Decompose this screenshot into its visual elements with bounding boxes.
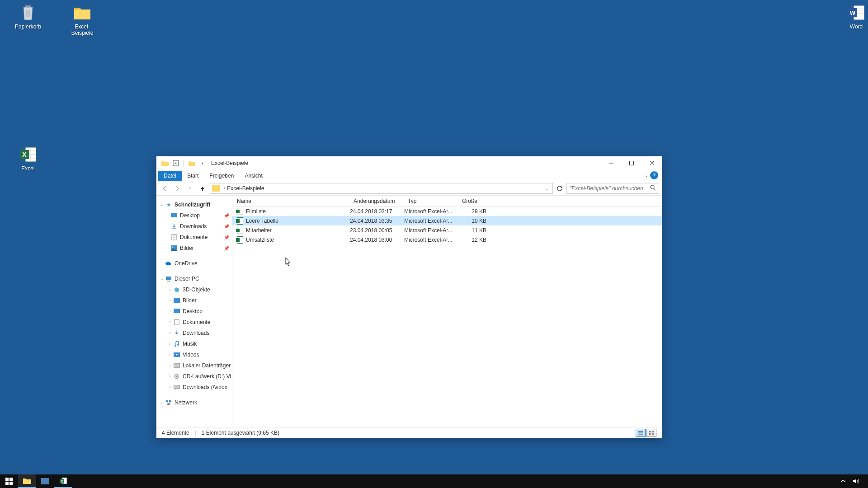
nav-network-downloads[interactable]: › Downloads (\\vbox: <box>156 382 232 393</box>
search-input[interactable] <box>570 185 650 192</box>
chevron-right-icon[interactable]: › <box>167 352 173 357</box>
show-desktop-button[interactable] <box>863 474 866 488</box>
qat-dropdown-icon[interactable]: ▾ <box>198 158 208 168</box>
chevron-right-icon[interactable]: › <box>159 400 165 405</box>
file-name: Umsatzliste <box>246 237 350 243</box>
taskbar-app[interactable] <box>36 474 54 488</box>
search-icon[interactable] <box>650 185 656 192</box>
desktop-icon-folder[interactable]: Excel-Beispiele <box>65 4 99 36</box>
refresh-button[interactable] <box>555 183 565 193</box>
view-thumbnails-button[interactable] <box>646 429 656 437</box>
address-dropdown-icon[interactable]: ⌄ <box>545 186 549 191</box>
qat-newfolder-icon[interactable] <box>187 158 197 168</box>
close-button[interactable] <box>642 156 662 170</box>
svg-line-24 <box>654 188 656 190</box>
chevron-right-icon[interactable]: › <box>159 261 165 266</box>
nav-local-disk[interactable]: › Lokaler Datenträger <box>156 360 232 371</box>
file-row[interactable]: Mitarbeiter 23.04.2018 00:05 Microsoft E… <box>232 225 662 235</box>
chevron-down-icon[interactable]: ⌄ <box>159 277 165 281</box>
svg-rect-53 <box>652 431 654 432</box>
chevron-right-icon[interactable]: › <box>167 331 173 335</box>
nav-videos[interactable]: › Videos <box>156 349 232 360</box>
nav-network[interactable]: › Netzwerk <box>156 397 232 408</box>
nav-quick-access[interactable]: ⌄ ★ Schnellzugriff <box>156 199 232 210</box>
titlebar[interactable]: ▾ Excel-Beispiele <box>156 156 662 170</box>
star-icon: ★ <box>165 202 173 208</box>
nav-cd-drive[interactable]: › CD-Laufwerk (D:) Vi <box>156 371 232 382</box>
file-size: 12 KB <box>458 237 490 243</box>
breadcrumb-text[interactable]: Excel-Beispiele <box>227 185 264 192</box>
file-row[interactable]: Umsatzliste 24.04.2018 03:00 Microsoft E… <box>232 235 662 244</box>
nav-desktop[interactable]: Desktop 📌 <box>156 210 232 221</box>
chevron-right-icon[interactable]: › <box>167 342 173 346</box>
up-button[interactable] <box>197 183 208 194</box>
breadcrumb-folder-icon <box>212 185 220 192</box>
nav-onedrive[interactable]: › OneDrive <box>156 258 232 269</box>
nav-desktop-2[interactable]: › Desktop <box>156 306 232 317</box>
status-bar: 4 Elemente | 1 Element ausgewählt (9,65 … <box>156 427 662 438</box>
ribbon-tabs: Datei Start Freigeben Ansicht ⌄ ? <box>156 170 662 181</box>
column-date[interactable]: Änderungsdatum <box>349 196 403 206</box>
recent-dropdown-icon[interactable]: ▾ <box>184 183 195 194</box>
nav-documents[interactable]: Dokumente 📌 <box>156 232 232 243</box>
desktop-mini-icon <box>173 308 181 314</box>
column-type[interactable]: Typ <box>403 196 458 206</box>
desktop-icon-recycle-bin[interactable]: Papierkorb <box>11 4 45 30</box>
disk-icon <box>173 362 181 369</box>
back-button[interactable] <box>159 183 170 194</box>
forward-button[interactable] <box>172 183 183 194</box>
nav-this-pc[interactable]: ⌄ Dieser PC <box>156 273 232 284</box>
tab-view[interactable]: Ansicht <box>239 171 268 181</box>
chevron-right-icon[interactable]: › <box>167 374 173 379</box>
nav-3d-objects[interactable]: › 3D-Objekte <box>156 284 232 295</box>
taskbar: X <box>0 474 868 488</box>
maximize-button[interactable] <box>621 156 642 170</box>
svg-text:W: W <box>850 9 856 16</box>
view-details-button[interactable] <box>636 429 646 437</box>
file-row[interactable]: Filmliste 24.04.2018 03:17 Microsoft Exc… <box>232 206 662 216</box>
desktop-icon-excel[interactable]: X Excel <box>11 145 45 172</box>
nav-documents-2[interactable]: › Dokumente <box>156 317 232 328</box>
tab-start[interactable]: Start <box>182 171 204 181</box>
desktop-icon-word[interactable]: W Word <box>839 4 868 30</box>
chevron-right-icon[interactable]: › <box>167 309 173 314</box>
file-list: Name ⌃ Änderungsdatum Typ Größe Filmlist… <box>232 196 662 427</box>
excel-file-icon <box>236 208 244 215</box>
nav-pictures-2[interactable]: › Bilder <box>156 295 232 306</box>
chevron-right-icon[interactable]: › <box>167 385 173 389</box>
start-button[interactable] <box>0 474 18 488</box>
nav-pictures[interactable]: Bilder 📌 <box>156 243 232 253</box>
chevron-down-icon[interactable]: ⌄ <box>159 202 165 207</box>
nav-downloads-2[interactable]: › Downloads <box>156 328 232 338</box>
explorer-window: ▾ Excel-Beispiele Datei Start Freigeben … <box>156 156 662 438</box>
chevron-right-icon[interactable]: › <box>167 320 173 324</box>
column-name[interactable]: Name ⌃ <box>232 196 349 206</box>
chevron-right-icon[interactable]: › <box>167 287 173 292</box>
qat-properties-icon[interactable] <box>171 158 181 168</box>
chevron-right-icon[interactable]: › <box>167 363 173 368</box>
breadcrumb-separator-icon: › <box>224 186 225 191</box>
file-date: 24.04.2018 03:17 <box>350 208 404 215</box>
recycle-bin-icon <box>19 4 37 22</box>
file-name: Mitarbeiter <box>246 227 350 234</box>
svg-rect-57 <box>9 478 13 481</box>
tray-expand-icon[interactable] <box>837 474 849 488</box>
svg-rect-25 <box>171 213 177 217</box>
address-box[interactable]: › Excel-Beispiele ⌄ <box>210 183 553 194</box>
taskbar-excel[interactable]: X <box>54 474 72 488</box>
chevron-right-icon[interactable]: › <box>167 298 173 303</box>
nav-music[interactable]: › Musik <box>156 338 232 349</box>
help-button[interactable]: ? <box>650 171 658 179</box>
excel-file-icon <box>236 217 244 225</box>
tray-volume-icon[interactable] <box>849 474 863 488</box>
column-size[interactable]: Größe <box>458 196 494 206</box>
tab-share[interactable]: Freigeben <box>204 171 239 181</box>
nav-downloads[interactable]: Downloads 📌 <box>156 221 232 232</box>
file-row[interactable]: Leere Tabelle 24.04.2018 03:35 Microsoft… <box>232 216 662 225</box>
minimize-button[interactable] <box>601 156 621 170</box>
tab-file[interactable]: Datei <box>158 171 182 181</box>
search-box[interactable] <box>566 183 659 194</box>
taskbar-explorer[interactable] <box>18 474 36 488</box>
ribbon-expand-icon[interactable]: ⌄ <box>645 173 648 178</box>
word-label: Word <box>850 23 863 30</box>
